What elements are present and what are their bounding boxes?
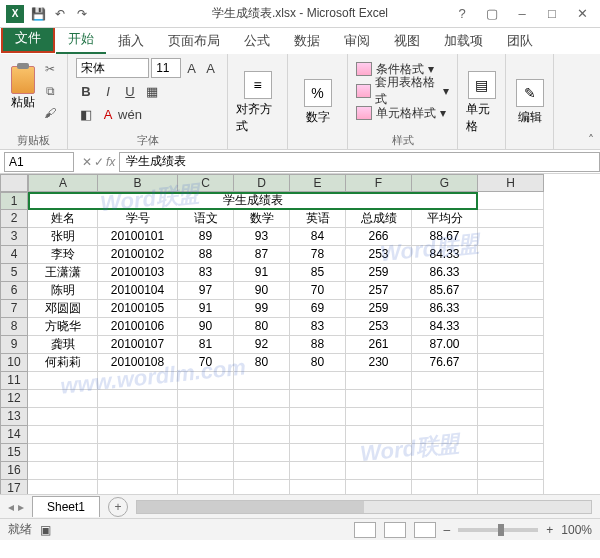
cell[interactable] (478, 228, 544, 246)
cell[interactable]: 93 (234, 228, 290, 246)
cell[interactable]: 92 (234, 336, 290, 354)
copy-icon[interactable]: ⧉ (41, 82, 59, 100)
cell[interactable]: 253 (346, 246, 412, 264)
cell[interactable]: 70 (290, 282, 346, 300)
row-header[interactable]: 3 (0, 228, 28, 246)
tab-review[interactable]: 审阅 (332, 28, 382, 54)
underline-button[interactable]: U (120, 81, 140, 101)
cell[interactable]: 78 (290, 246, 346, 264)
cell[interactable]: 20100103 (98, 264, 178, 282)
cell[interactable] (478, 318, 544, 336)
cell[interactable]: 69 (290, 300, 346, 318)
cell[interactable] (412, 426, 478, 444)
cell[interactable] (412, 444, 478, 462)
sheet-tab-sheet1[interactable]: Sheet1 (32, 496, 100, 517)
cell[interactable] (178, 372, 234, 390)
cell[interactable]: 230 (346, 354, 412, 372)
font-size-combo[interactable]: 11 (151, 58, 181, 78)
cell[interactable] (478, 444, 544, 462)
cell[interactable] (98, 372, 178, 390)
cell[interactable]: 87 (234, 246, 290, 264)
tab-home[interactable]: 开始 (56, 26, 106, 54)
cell[interactable] (28, 480, 98, 494)
tab-data[interactable]: 数据 (282, 28, 332, 54)
cell[interactable] (290, 390, 346, 408)
cell[interactable] (178, 390, 234, 408)
cell[interactable]: 83 (178, 264, 234, 282)
cell[interactable] (28, 372, 98, 390)
cut-icon[interactable]: ✂ (41, 60, 59, 78)
tab-page-layout[interactable]: 页面布局 (156, 28, 232, 54)
tab-insert[interactable]: 插入 (106, 28, 156, 54)
cell[interactable]: 20100101 (98, 228, 178, 246)
zoom-out-button[interactable]: – (444, 523, 451, 537)
cell[interactable] (478, 462, 544, 480)
cell[interactable] (412, 390, 478, 408)
cell[interactable]: 语文 (178, 210, 234, 228)
column-header-G[interactable]: G (412, 174, 478, 192)
cell[interactable]: 259 (346, 264, 412, 282)
cell[interactable]: 80 (234, 318, 290, 336)
cell[interactable]: 王潇潇 (28, 264, 98, 282)
cell[interactable]: 88 (290, 336, 346, 354)
bold-button[interactable]: B (76, 81, 96, 101)
cell[interactable]: 20100104 (98, 282, 178, 300)
cell[interactable]: 253 (346, 318, 412, 336)
column-header-C[interactable]: C (178, 174, 234, 192)
cell[interactable] (234, 462, 290, 480)
zoom-slider[interactable] (458, 528, 538, 532)
cell[interactable]: 91 (178, 300, 234, 318)
decrease-font-icon[interactable]: A (202, 58, 219, 78)
cell[interactable] (478, 372, 544, 390)
cell[interactable]: 李玲 (28, 246, 98, 264)
cell[interactable]: 英语 (290, 210, 346, 228)
cell[interactable] (290, 372, 346, 390)
cell[interactable]: 学号 (98, 210, 178, 228)
minimize-button[interactable]: – (508, 4, 536, 24)
merged-title-cell[interactable]: 学生成绩表 (28, 192, 478, 210)
cell[interactable] (478, 192, 544, 210)
ribbon-display-button[interactable]: ▢ (478, 4, 506, 24)
qat-save-icon[interactable]: 💾 (30, 6, 46, 22)
cell[interactable] (478, 336, 544, 354)
select-all-corner[interactable] (0, 174, 28, 192)
cell[interactable] (478, 390, 544, 408)
phonetic-button[interactable]: wén (120, 104, 140, 124)
cell[interactable] (234, 390, 290, 408)
cell[interactable] (234, 372, 290, 390)
cell[interactable] (98, 462, 178, 480)
cell[interactable]: 261 (346, 336, 412, 354)
sheet-nav-next-icon[interactable]: ▸ (18, 500, 24, 514)
cell[interactable] (178, 462, 234, 480)
tab-formulas[interactable]: 公式 (232, 28, 282, 54)
row-header[interactable]: 10 (0, 354, 28, 372)
cell[interactable] (478, 282, 544, 300)
group-number[interactable]: % 数字 (288, 54, 348, 149)
cell[interactable] (478, 264, 544, 282)
add-sheet-button[interactable]: + (108, 497, 128, 517)
view-normal-button[interactable] (354, 522, 376, 538)
cell[interactable]: 88.67 (412, 228, 478, 246)
row-header[interactable]: 14 (0, 426, 28, 444)
column-header-F[interactable]: F (346, 174, 412, 192)
worksheet-grid[interactable]: ABCDEFGH 1学生成绩表2姓名学号语文数学英语总成绩平均分3张明20100… (0, 174, 600, 494)
cell[interactable] (412, 462, 478, 480)
name-box[interactable]: A1 (4, 152, 74, 172)
cell[interactable]: 89 (178, 228, 234, 246)
cell[interactable]: 86.33 (412, 264, 478, 282)
row-header[interactable]: 4 (0, 246, 28, 264)
row-header[interactable]: 5 (0, 264, 28, 282)
italic-button[interactable]: I (98, 81, 118, 101)
horizontal-scrollbar[interactable] (136, 500, 592, 514)
cell[interactable] (346, 462, 412, 480)
cell[interactable] (98, 408, 178, 426)
cell[interactable]: 84.33 (412, 318, 478, 336)
cell[interactable] (478, 408, 544, 426)
cell[interactable] (290, 480, 346, 494)
formula-input[interactable]: 学生成绩表 (119, 152, 600, 172)
cell[interactable]: 85.67 (412, 282, 478, 300)
tab-view[interactable]: 视图 (382, 28, 432, 54)
cell[interactable]: 姓名 (28, 210, 98, 228)
row-header[interactable]: 11 (0, 372, 28, 390)
close-button[interactable]: ✕ (568, 4, 596, 24)
